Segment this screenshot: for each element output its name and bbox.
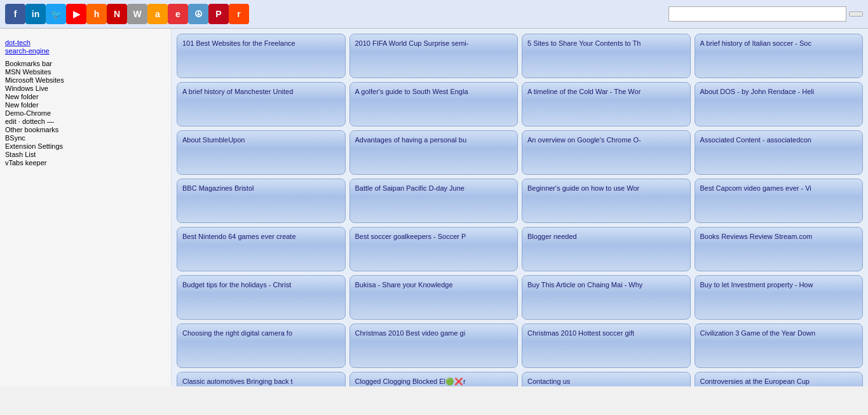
youtube-icon[interactable]: ▶ xyxy=(66,4,86,24)
bookmark-tile[interactable]: An overview on Google's Chrome O- xyxy=(522,130,691,175)
content-area: 101 Best Websites for the Freelance2010 … xyxy=(172,29,868,386)
bookmark-tile[interactable]: Budget tips for the holidays - Christ xyxy=(177,275,346,320)
sidebar-folder[interactable]: Stash List xyxy=(5,151,166,158)
bookmark-tile[interactable]: Buy This Article on Chaing Mai - Why xyxy=(522,275,691,320)
facebook-icon[interactable]: f xyxy=(5,4,25,24)
sidebar-folder[interactable]: New folder xyxy=(5,101,166,109)
sidebar-folder[interactable]: Windows Live xyxy=(5,85,166,92)
bookmark-tile[interactable]: Beginner's guide on how to use Wor xyxy=(522,179,691,223)
bookmark-tile[interactable]: About StumbleUpon xyxy=(177,130,346,175)
sidebar-folder[interactable]: Demo-Chrome xyxy=(5,109,166,117)
sidebar: dot-techsearch-engine Bookmarks barMSN W… xyxy=(0,29,172,386)
bookmark-tile[interactable]: Blogger needed xyxy=(522,227,691,271)
sidebar-folder[interactable]: Extension Settings xyxy=(5,142,166,150)
bookmark-tile[interactable]: A brief history of Italian soccer - Soc xyxy=(695,34,864,78)
bookmark-tile[interactable]: Associated Content - associatedcon xyxy=(695,130,864,175)
bookmark-tile[interactable]: Christmas 2010 Hottest soccer gift xyxy=(522,323,691,368)
sidebar-folder[interactable]: BSync xyxy=(5,134,166,142)
bookmark-tile[interactable]: Best Capcom video games ever - Vi xyxy=(695,179,864,223)
twitter-icon[interactable]: 🐦 xyxy=(46,4,66,24)
peace-icon[interactable]: ☮ xyxy=(188,4,208,24)
sidebar-folder[interactable]: Microsoft Websites xyxy=(5,76,166,84)
bookmark-tile[interactable]: Contacting us xyxy=(522,372,691,386)
sidebar-folder[interactable]: Other bookmarks xyxy=(5,126,166,133)
wikipedia-icon[interactable]: W xyxy=(127,4,147,24)
sidebar-folder[interactable]: MSN Websites xyxy=(5,68,166,76)
bookmark-tile[interactable]: Christmas 2010 Best video game gi xyxy=(349,323,519,368)
search-input[interactable] xyxy=(668,6,846,22)
tags-list: dot-techsearch-engine xyxy=(5,39,166,55)
bookmark-tile[interactable]: About DOS - by John Rendace - Heli xyxy=(695,82,864,126)
bookmark-tile[interactable]: Clogged Clogging Blocked El🟢❌r xyxy=(349,372,519,386)
bookmark-tile[interactable]: Choosing the right digital camera fo xyxy=(177,323,346,368)
sidebar-folder[interactable]: vTabs keeper xyxy=(5,159,166,167)
sidebar-folder[interactable]: edit · dottech — xyxy=(5,118,166,125)
bookmark-tile[interactable]: 5 Sites to Share Your Contents to Th xyxy=(522,34,691,78)
bookmark-tile[interactable]: A golfer's guide to South West Engla xyxy=(349,82,519,126)
reddit-icon[interactable]: r xyxy=(229,4,249,24)
bookmark-tile[interactable]: Best soccer goalkeepers - Soccer P xyxy=(349,227,519,271)
sidebar-tag[interactable]: search-engine xyxy=(5,47,166,55)
search-area xyxy=(666,6,863,22)
ebay-icon[interactable]: e xyxy=(168,4,188,24)
toolbar: fin🐦▶hNWae☮Pr xyxy=(0,0,868,29)
bookmark-tile[interactable]: Civilization 3 Game of the Year Down xyxy=(695,323,864,368)
bookmark-tile[interactable]: Buy to let Investment property - How xyxy=(695,275,864,320)
bookmark-tile[interactable]: Advantages of having a personal bu xyxy=(349,130,519,175)
bookmark-tile[interactable]: Battle of Saipan Pacific D-day June xyxy=(349,179,519,223)
sidebar-folder[interactable]: New folder xyxy=(5,93,166,100)
pinterest-icon[interactable]: P xyxy=(208,4,229,24)
linkedin-icon[interactable]: in xyxy=(25,4,46,24)
sidebar-tag[interactable]: dot-tech xyxy=(5,39,166,46)
bookmark-tile[interactable]: Classic automotives Bringing back t xyxy=(177,372,346,386)
search-button[interactable] xyxy=(849,11,863,17)
hackernews-icon[interactable]: h xyxy=(86,4,107,24)
bookmark-tile[interactable]: BBC Magazines Bristol xyxy=(177,179,346,223)
bookmark-tile[interactable]: 101 Best Websites for the Freelance xyxy=(177,34,346,78)
bookmark-tile[interactable]: Books Reviews Review Stream.com xyxy=(695,227,864,271)
bookmarks-grid: 101 Best Websites for the Freelance2010 … xyxy=(177,34,863,386)
bookmark-tile[interactable]: Controversies at the European Cup xyxy=(695,372,864,386)
bookmark-tile[interactable]: 2010 FIFA World Cup Surprise semi- xyxy=(349,34,519,78)
main-container: dot-techsearch-engine Bookmarks barMSN W… xyxy=(0,29,868,386)
social-icons-bar: fin🐦▶hNWae☮Pr xyxy=(5,4,249,24)
bookmark-tile[interactable]: Best Nintendo 64 games ever create xyxy=(177,227,346,271)
newsblur-icon[interactable]: N xyxy=(107,4,127,24)
bookmark-tile[interactable]: A timeline of the Cold War - The Wor xyxy=(522,82,691,126)
amazon-icon[interactable]: a xyxy=(147,4,168,24)
folders-list: Bookmarks barMSN WebsitesMicrosoft Websi… xyxy=(5,60,166,167)
bookmark-tile[interactable]: A brief history of Manchester United xyxy=(177,82,346,126)
bookmark-tile[interactable]: Bukisa - Share your Knowledge xyxy=(349,275,519,320)
sidebar-folder[interactable]: Bookmarks bar xyxy=(5,60,166,67)
